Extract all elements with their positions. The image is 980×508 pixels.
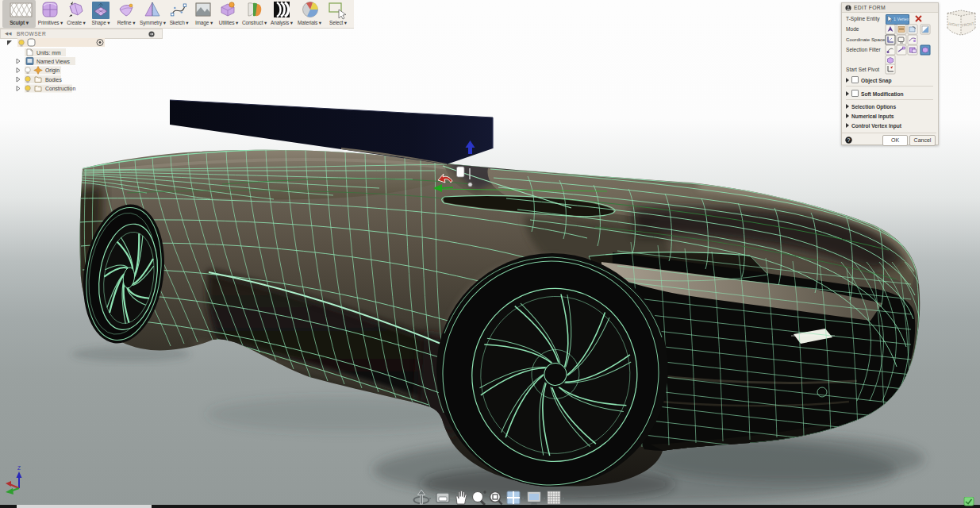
svg-text:Units: mm: Units: mm <box>37 50 61 56</box>
svg-text:Construction: Construction <box>45 86 75 91</box>
svg-text:Named Views: Named Views <box>37 59 70 64</box>
svg-text:Z: Z <box>17 465 21 471</box>
svg-text:Bodies: Bodies <box>45 77 62 83</box>
svg-text:Origin: Origin <box>45 67 60 74</box>
